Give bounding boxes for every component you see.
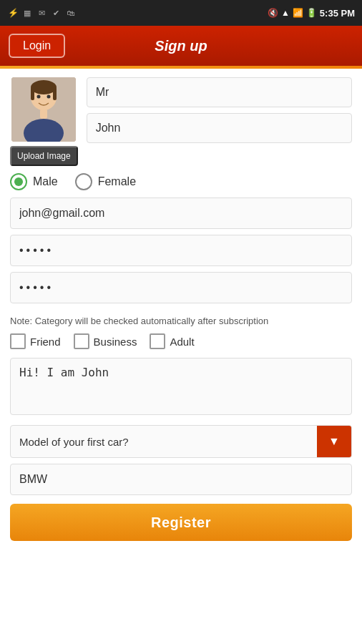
avatar-image [11,77,76,142]
svg-point-5 [37,95,41,99]
chevron-down-icon: ▼ [328,435,340,448]
category-checkboxes: Friend Business Adult [10,333,352,349]
security-answer-input[interactable] [10,464,352,495]
category-note: Note: Category will be checked automatic… [10,315,352,328]
friend-checkbox-item[interactable]: Friend [10,333,61,349]
security-question-dropdown-button[interactable]: ▼ [317,426,351,457]
adult-checkbox-item[interactable]: Adult [150,333,194,349]
password-input[interactable] [10,235,352,266]
adult-checkbox[interactable] [150,333,165,349]
page-title: Sign up [155,38,207,54]
login-button[interactable]: Login [9,34,65,58]
status-icons-right: 🔇 ▲ 📶 🔋 5:35 PM [268,8,355,19]
security-question-row: Model of your first car? ▼ [10,425,352,458]
status-bar: ⚡ ▦ ✉ ✔ 🛍 🔇 ▲ 📶 🔋 5:35 PM [0,0,362,26]
profile-left: Upload Image [10,77,78,166]
email-input[interactable] [10,197,352,229]
adult-label: Adult [170,336,194,348]
bio-textarea[interactable]: Hi! I am John [10,358,352,415]
svg-point-6 [47,95,51,99]
gender-row: Male Female [10,173,352,190]
task-icon: ✔ [50,7,62,19]
male-radio-inner [14,177,23,186]
security-question-text: Model of your first car? [11,426,317,457]
business-label: Business [94,336,137,348]
female-radio-circle[interactable] [75,173,92,190]
upload-image-button[interactable]: Upload Image [10,146,78,166]
svg-rect-4 [53,87,57,100]
notification-icon: ▦ [21,7,33,19]
svg-rect-3 [31,87,34,100]
volume-icon: 🔇 [268,8,278,18]
email-icon: ✉ [36,7,47,19]
first-name-input[interactable] [87,113,352,143]
signal-icon: 📶 [293,8,303,18]
shop-icon: 🛍 [64,7,76,19]
usb-icon: ⚡ [7,7,19,19]
male-label: Male [33,175,58,188]
salutation-input[interactable] [87,77,352,107]
time-display: 5:35 PM [320,8,355,19]
form-fields-top [87,77,352,149]
battery-icon: 🔋 [306,8,317,18]
confirm-password-input[interactable] [10,272,352,303]
svg-point-2 [31,80,57,94]
business-checkbox-item[interactable]: Business [74,333,137,349]
nav-bar: Login Sign up [0,26,362,66]
gender-female-option[interactable]: Female [75,173,136,190]
status-icons-left: ⚡ ▦ ✉ ✔ 🛍 [7,7,76,19]
male-radio-circle[interactable] [10,173,27,190]
avatar-svg [11,77,76,142]
friend-checkbox[interactable] [10,333,26,349]
svg-rect-8 [40,109,47,119]
content-area: Upload Image Male Female Note: Category … [0,69,362,644]
avatar [11,77,76,142]
gender-male-option[interactable]: Male [10,173,58,190]
friend-label: Friend [30,336,61,348]
business-checkbox[interactable] [74,333,89,349]
profile-row: Upload Image [10,77,352,166]
wifi-icon: ▲ [281,8,290,18]
female-label: Female [98,175,136,188]
register-button[interactable]: Register [10,504,352,541]
